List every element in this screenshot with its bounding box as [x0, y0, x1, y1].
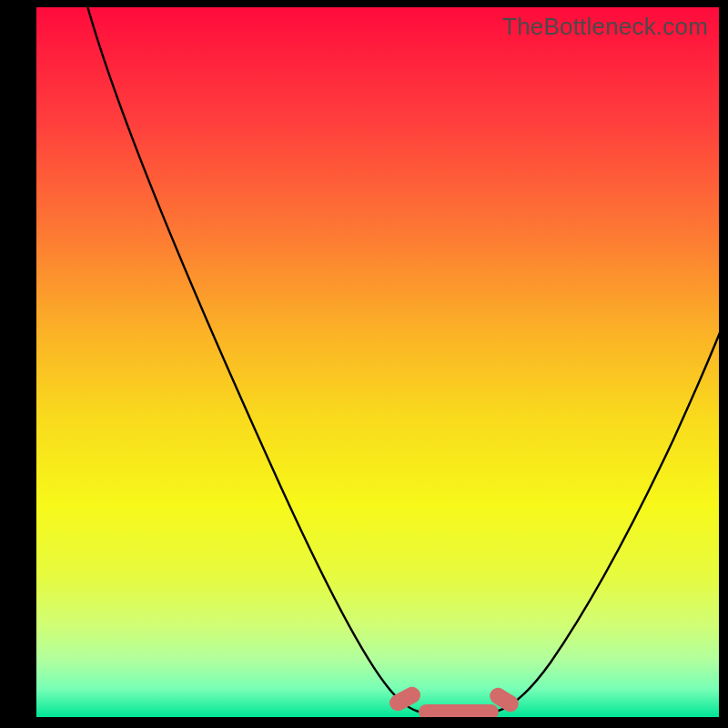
bottleneck-curve [36, 7, 719, 717]
highlight-flat [419, 704, 499, 717]
watermark-text: TheBottleneck.com [502, 13, 708, 41]
plot-area: TheBottleneck.com [36, 7, 719, 717]
chart-frame: TheBottleneck.com [0, 0, 728, 728]
